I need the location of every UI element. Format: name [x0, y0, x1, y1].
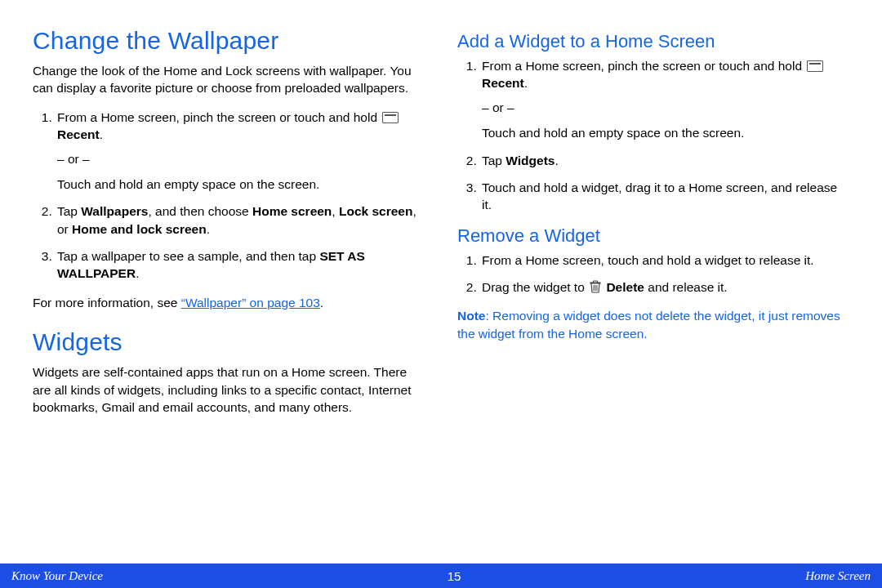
or-divider: – or –	[482, 99, 849, 116]
wallpaper-step-3: Tap a wallpaper to see a sample, and the…	[56, 247, 425, 283]
heading-add-widget: Add a Widget to a Home Screen	[457, 31, 849, 52]
bold: Home and lock screen	[72, 222, 207, 236]
text: Drag the widget to	[482, 280, 588, 294]
add-step-3: Touch and hold a widget, drag it to a Ho…	[480, 179, 849, 214]
heading-change-wallpaper: Change the Wallpaper	[33, 26, 425, 56]
left-column: Change the Wallpaper Change the look of …	[33, 26, 425, 557]
text: From a Home screen, pinch the screen or …	[482, 59, 805, 73]
wallpaper-step-1: From a Home screen, pinch the screen or …	[56, 109, 425, 194]
wallpaper-intro: Change the look of the Home and Lock scr…	[33, 62, 425, 97]
text: ,	[332, 204, 339, 218]
text: .	[207, 222, 210, 236]
text: Tap a wallpaper to see a sample, and the…	[57, 249, 319, 263]
text: For more information, see	[33, 296, 181, 310]
text: From a Home screen, pinch the screen or …	[57, 110, 381, 124]
text: and release it.	[644, 280, 728, 294]
wallpaper-steps: From a Home screen, pinch the screen or …	[33, 109, 425, 283]
bold: Home screen	[252, 204, 332, 218]
footer-right: Home Screen	[805, 569, 871, 583]
wallpaper-step-2: Tap Wallpapers, and then choose Home scr…	[56, 203, 425, 238]
recent-icon	[382, 112, 399, 123]
add-step-2: Tap Widgets.	[480, 152, 849, 169]
note-body: : Removing a widget does not delete the …	[457, 309, 840, 340]
bold: Widgets	[506, 154, 555, 167]
remove-widget-steps: From a Home screen, touch and hold a wid…	[457, 252, 849, 296]
text: .	[136, 266, 139, 280]
text: Tap	[57, 204, 81, 218]
text: .	[555, 154, 558, 167]
recent-icon	[807, 60, 823, 72]
recent-label: Recent	[57, 127, 100, 141]
note-label: Note	[457, 309, 485, 323]
bold: Lock screen	[339, 204, 412, 218]
remove-note: Note: Removing a widget does not delete …	[457, 307, 849, 342]
text: .	[100, 127, 103, 141]
add-step-1: From a Home screen, pinch the screen or …	[480, 57, 849, 142]
add-widget-steps: From a Home screen, pinch the screen or …	[457, 57, 849, 214]
heading-remove-widget: Remove a Widget	[457, 225, 849, 247]
remove-step-2: Drag the widget to Delete and release it…	[480, 278, 849, 296]
recent-label: Recent	[482, 76, 524, 90]
heading-widgets: Widgets	[33, 327, 425, 357]
more-info: For more information, see “Wallpaper” on…	[33, 294, 425, 311]
remove-step-1: From a Home screen, touch and hold a wid…	[480, 252, 849, 269]
bold: Wallpapers	[81, 204, 148, 218]
step1-alt: Touch and hold an empty space on the scr…	[57, 176, 425, 193]
or-divider: – or –	[57, 150, 425, 167]
footer-left: Know Your Device	[11, 569, 103, 583]
right-column: Add a Widget to a Home Screen From a Hom…	[457, 26, 849, 557]
wallpaper-link[interactable]: “Wallpaper” on page 103	[181, 296, 320, 310]
add-step1-alt: Touch and hold an empty space on the scr…	[482, 124, 849, 141]
footer-page-number: 15	[448, 569, 461, 583]
text: .	[320, 296, 323, 310]
text: , and then choose	[148, 204, 252, 218]
text: Tap	[482, 154, 506, 167]
widgets-intro: Widgets are self-contained apps that run…	[33, 363, 425, 416]
page-footer: Know Your Device 15 Home Screen	[0, 564, 882, 588]
text: .	[524, 76, 528, 90]
trash-icon	[590, 280, 601, 293]
bold: Delete	[606, 280, 644, 294]
